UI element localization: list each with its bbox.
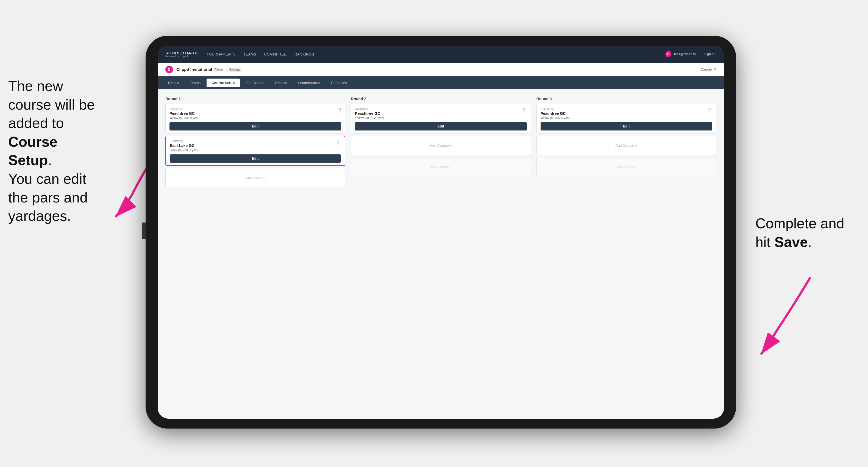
round-3-course-a-delete-button[interactable]: ⊡ [707,107,713,112]
round-3-course-a-name: Peachtree GC [540,111,712,116]
round-1-course-b-edit-button[interactable]: Edit [170,154,341,163]
tab-tee-groups[interactable]: Tee Groups [241,79,269,87]
avatar: B [665,51,671,57]
nav-tournaments[interactable]: TOURNAMENTS [207,52,236,56]
round-1-course-b-label: (Course B) [170,139,341,143]
tournament-logo: C [165,66,173,73]
round-1-course-b-card: (Course B) East Lake GC Black (M) (6891 … [165,136,345,166]
round-1-course-a-delete-button[interactable]: ⊡ [336,107,342,112]
nav-bar: SCOREBOARD Powered by clippd TOURNAMENTS… [158,45,724,63]
round-3-label: Round 3 [536,97,716,101]
round-1-add-course-text: Add Course + [245,176,267,180]
round-2-course-a-delete-button[interactable]: ⊡ [522,107,527,112]
round-2-add-course-disabled-text: Add Course + [430,165,452,169]
round-3-add-course-disabled-card: Add Course + [536,157,716,176]
round-3-add-course-disabled-text: Add Course + [615,165,637,169]
tournament-status: Hosting [226,67,242,72]
sign-out-link[interactable]: Sign out [704,52,716,56]
round-2-label: Round 2 [351,97,531,101]
round-3-course-a-edit-button[interactable]: Edit [540,122,712,130]
app-logo: SCOREBOARD Powered by clippd [165,51,198,58]
tablet-side-button [142,222,146,239]
round-2-course-a-tee: Yellow (M) (6629 yds) [355,116,527,120]
main-content: Round 1 (Course A) Peachtree GC Yellow (… [158,89,724,419]
round-2-column: Round 2 (Course A) Peachtree GC Yellow (… [351,97,531,190]
nav-links: TOURNAMENTS TEAMS COMMITTEE RANKINGS [207,52,665,56]
round-3-course-a-label: (Course A) [540,107,712,111]
tablet-frame: SCOREBOARD Powered by clippd TOURNAMENTS… [146,36,736,429]
round-1-add-course-card[interactable]: Add Course + [165,168,345,187]
nav-rankings[interactable]: RANKINGS [294,52,314,56]
annotation-right: Complete and hit Save. [755,214,860,251]
tablet-screen: SCOREBOARD Powered by clippd TOURNAMENTS… [158,45,724,419]
tab-teams[interactable]: Teams [185,79,206,87]
annotation-left: The new course will be added to Course S… [8,77,102,225]
nav-committee[interactable]: COMMITTEE [264,52,287,56]
tab-details[interactable]: Details [163,79,184,87]
tab-results[interactable]: Results [270,79,292,87]
round-1-course-a-tee: Yellow (M) (6629 yds) [169,116,341,120]
round-2-add-course-text: Add Course + [430,144,452,148]
round-2-course-a-edit-button[interactable]: Edit [355,122,527,130]
round-3-add-course-card[interactable]: Add Course + [536,136,716,155]
tab-printables[interactable]: Printables [326,79,352,87]
annotation-left-text: The new course will be added to Course S… [8,78,95,224]
round-3-course-a-tee: Yellow (M) (6629 yds) [540,116,712,120]
annotation-right-text: Complete and hit Save. [755,215,844,250]
round-3-column: Round 3 (Course A) Peachtree GC Yellow (… [536,97,716,190]
round-1-label: Round 1 [165,97,345,101]
cancel-label[interactable]: Cancel [701,67,712,71]
tab-course-setup[interactable]: Course Setup [207,79,240,87]
round-2-course-a-name: Peachtree GC [355,111,527,116]
round-2-add-course-card[interactable]: Add Course + [351,136,531,155]
round-1-course-b-delete-button[interactable]: ⊡ [336,139,341,145]
app-subtitle: Powered by clippd [165,55,198,58]
nav-divider: | [700,52,701,56]
nav-teams[interactable]: TEAMS [243,52,256,56]
cancel-area[interactable]: Cancel ✕ [701,67,716,71]
round-3-add-course-text: Add Course + [615,144,637,148]
tournament-name: Clippd Invitational [176,67,212,72]
round-1-course-a-label: (Course A) [169,107,341,111]
app-title: SCOREBOARD [165,51,198,55]
round-1-course-a-name: Peachtree GC [169,111,341,116]
round-1-course-a-edit-button[interactable]: Edit [169,122,341,130]
tournament-bar: C Clippd Invitational (Men) Hosting Canc… [158,63,724,76]
tabs-bar: Details Teams Course Setup Tee Groups Re… [158,76,724,89]
round-2-add-course-disabled-card: Add Course + [351,157,531,176]
tab-leaderboards[interactable]: Leaderboards [293,79,325,87]
close-icon[interactable]: ✕ [713,67,716,71]
round-1-course-b-tee: Black (M) (6891 yds) [170,148,341,152]
round-3-course-a-card: (Course A) Peachtree GC Yellow (M) (6629… [536,104,716,133]
round-1-course-a-card: (Course A) Peachtree GC Yellow (M) (6629… [165,104,345,133]
round-2-course-a-label: (Course A) [355,107,527,111]
rounds-grid: Round 1 (Course A) Peachtree GC Yellow (… [165,97,716,190]
tournament-division: (Men) [214,67,223,71]
round-1-column: Round 1 (Course A) Peachtree GC Yellow (… [165,97,345,190]
arrow-right-icon [722,269,818,365]
round-1-course-b-name: East Lake GC [170,144,341,148]
round-2-course-a-card: (Course A) Peachtree GC Yellow (M) (6629… [351,104,531,133]
user-email: blair@clippd.io [674,52,696,56]
nav-user-area: B blair@clippd.io | Sign out [665,51,716,57]
